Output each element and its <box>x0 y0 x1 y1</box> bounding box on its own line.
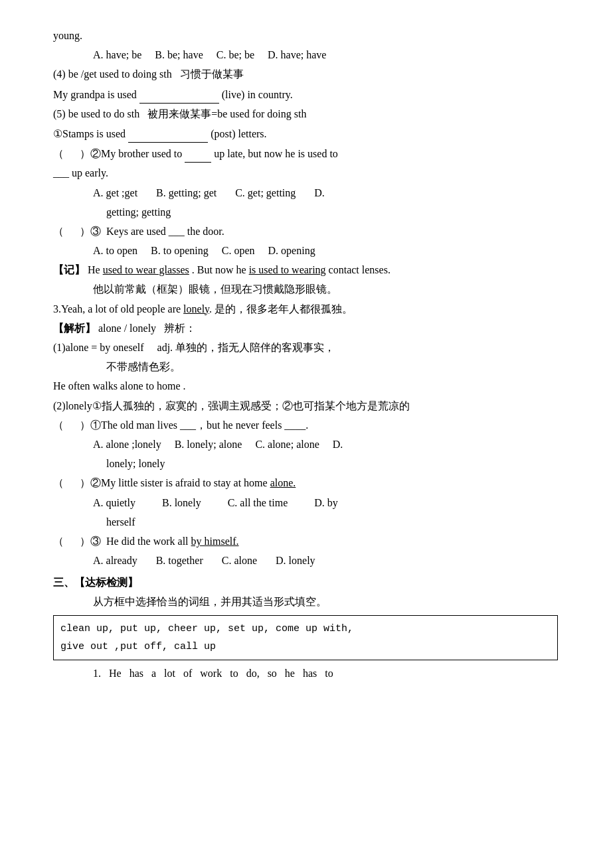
vocab-line-1: clean up, put up, cheer up, set up, come… <box>60 620 551 638</box>
text-instruction: 从方框中选择恰当的词组，并用其适当形式填空。 <box>93 596 327 607</box>
text-note-content: He used to wear glasses . But now he is … <box>88 264 391 275</box>
line-alone-example: He often walks alone to home . <box>53 377 558 395</box>
blank-grandpa <box>139 85 219 104</box>
line-options-2b: getting; getting <box>53 203 558 221</box>
text-options-2b: getting; getting <box>106 206 171 218</box>
line-keys-q: （ ）③ Keys are used ___ the door. <box>53 222 558 240</box>
text-he-work-q: （ ）③ He did the work all by himself. <box>53 536 239 547</box>
line-sister-q: （ ）②My little sister is afraid to stay a… <box>53 474 558 492</box>
line-alone-def: (1)alone = by oneself adj. 单独的，指无人陪伴的客观事… <box>53 338 558 356</box>
line-grandpa: My grandpa is used (live) in country. <box>53 85 558 104</box>
text-vocab-1: clean up, put up, cheer up, set up, come… <box>60 623 353 634</box>
text-options-2a: A. get ;get B. getting; get C. get; gett… <box>93 187 325 198</box>
text-note-bracket: 【记】 <box>53 264 85 275</box>
line-4-header: (4) be /get used to doing sth 习惯于做某事 <box>53 65 558 83</box>
text-grandpa-post: (live) in country. <box>222 89 293 100</box>
line-he-work-q: （ ）③ He did the work all by himself. <box>53 532 558 550</box>
text-lonely-def: (2)lonely①指人孤独的，寂寞的，强调主观感受；②也可指某个地方是荒凉的 <box>53 400 410 411</box>
text-analysis-bracket: 【解析】 <box>53 323 96 334</box>
main-content: young. A. have; be B. be; have C. be; be… <box>53 27 558 682</box>
text-options-4b: lonely; lonely <box>106 458 165 469</box>
text-options-3: A. to open B. to opening C. open D. open… <box>93 245 315 256</box>
text-stamps-pre: ①Stamps is used <box>53 128 128 139</box>
text-grandpa-pre: My grandpa is used <box>53 89 139 100</box>
text-alone-def2: 不带感情色彩。 <box>106 361 181 372</box>
text-alone-def: (1)alone = by oneself adj. 单独的，指无人陪伴的客观事… <box>53 342 335 353</box>
text-analysis-content: alone / lonely 辨析： <box>98 323 196 334</box>
line-options-3: A. to open B. to opening C. open D. open… <box>53 242 558 259</box>
line-section-3: 三、【达标检测】 <box>53 573 558 591</box>
text-options-5b: herself <box>106 516 135 528</box>
text-sister-q: （ ）②My little sister is afraid to stay a… <box>53 477 296 488</box>
line-options-4b: lonely; lonely <box>53 455 558 472</box>
line-options-6: A. already B. together C. alone D. lonel… <box>53 551 558 569</box>
line-options-2a: A. get ;get B. getting; get C. get; gett… <box>53 184 558 202</box>
text-5-header: (5) be used to do sth 被用来做某事=be used for… <box>53 108 306 119</box>
vocab-box: clean up, put up, cheer up, set up, come… <box>53 615 558 660</box>
text-brother-mid: up late, but now he is used to <box>214 148 338 159</box>
text-options-4a: A. alone ;lonely B. lonely; alone C. alo… <box>93 439 343 450</box>
text-vocab-2: give out ,put off, call up <box>60 641 216 652</box>
text-ex-1: 1. He has a lot of work to do, so he has… <box>53 668 333 679</box>
blank-stamps <box>128 124 208 143</box>
blank-brother <box>185 144 211 163</box>
text-young: young. <box>53 30 82 41</box>
line-young: young. <box>53 27 558 44</box>
line-alone-def2: 不带感情色彩。 <box>53 358 558 376</box>
text-paren-2: （ ）②My brother used to <box>53 148 185 159</box>
line-options-4a: A. alone ;lonely B. lonely; alone C. alo… <box>53 435 558 453</box>
vocab-line-2: give out ,put off, call up <box>60 638 551 656</box>
line-instruction: 从方框中选择恰当的词组，并用其适当形式填空。 <box>53 593 558 611</box>
line-3-lonely: 3.Yeah, a lot of old people are lonely. … <box>53 300 558 318</box>
line-stamps: ①Stamps is used (post) letters. <box>53 124 558 143</box>
text-alone-example: He often walks alone to home . <box>53 380 186 392</box>
line-brother-q: （ ）②My brother used to up late, but now … <box>53 144 558 163</box>
text-old-man-q: （ ）①The old man lives ___，but he never f… <box>53 419 308 431</box>
line-analysis-header: 【解析】 alone / lonely 辨析： <box>53 319 558 337</box>
line-chinese-glasses: 他以前常戴（框架）眼镜，但现在习惯戴隐形眼镜。 <box>53 280 558 298</box>
line-brother-q2: ___ up early. <box>53 164 558 182</box>
text-options-5a: A. quietly B. lonely C. all the time D. … <box>93 497 338 508</box>
text-chinese-glasses: 他以前常戴（框架）眼镜，但现在习惯戴隐形眼镜。 <box>93 283 337 295</box>
text-keys-q: （ ）③ Keys are used ___ the door. <box>53 226 224 237</box>
line-options-5a: A. quietly B. lonely C. all the time D. … <box>53 494 558 512</box>
line-options-5b: herself <box>53 513 558 531</box>
line-ex-1: 1. He has a lot of work to do, so he has… <box>53 664 558 682</box>
line-options-1: A. have; be B. be; have C. be; be D. hav… <box>53 46 558 64</box>
text-3-lonely: 3.Yeah, a lot of old people are lonely. … <box>53 303 353 315</box>
text-options-1: A. have; be B. be; have C. be; be D. hav… <box>93 49 326 60</box>
text-section-3: 三、【达标检测】 <box>53 577 138 588</box>
text-4-header: (4) be /get used to doing sth 习惯于做某事 <box>53 68 244 80</box>
line-note-record: 【记】 He used to wear glasses . But now he… <box>53 261 558 279</box>
line-old-man-q: （ ）①The old man lives ___，but he never f… <box>53 416 558 434</box>
line-5-header: (5) be used to do sth 被用来做某事=be used for… <box>53 105 558 123</box>
text-blank-early: ___ up early. <box>53 167 108 179</box>
line-lonely-def: (2)lonely①指人孤独的，寂寞的，强调主观感受；②也可指某个地方是荒凉的 <box>53 397 558 415</box>
text-options-6: A. already B. together C. alone D. lonel… <box>93 555 315 566</box>
text-stamps-post: (post) letters. <box>211 128 266 139</box>
